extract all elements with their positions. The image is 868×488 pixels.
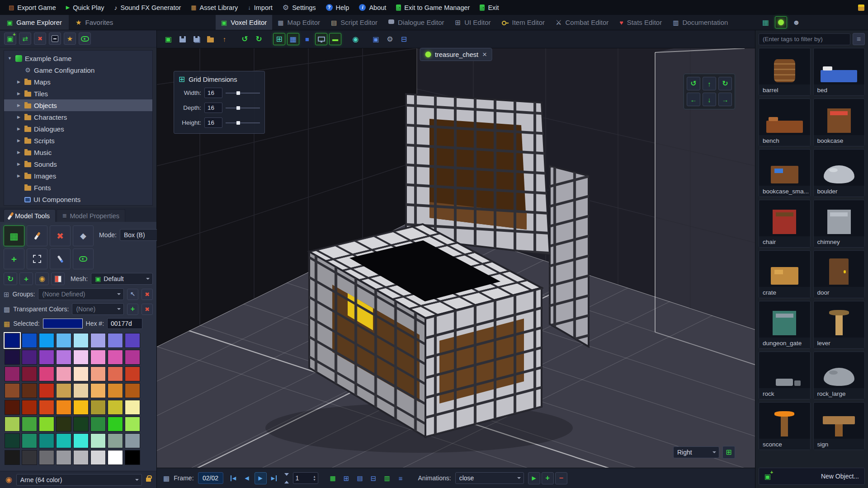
add-transparent-button[interactable]: [127, 304, 138, 315]
menu-item-sound-fx-generator[interactable]: Sound FX Generator: [109, 0, 186, 15]
palette-swatch[interactable]: [125, 417, 140, 432]
spinner-down-icon[interactable]: ▾: [314, 478, 316, 481]
add-frame-button[interactable]: [354, 472, 366, 484]
animation-select[interactable]: close: [455, 472, 524, 484]
spinner-arrows[interactable]: ▴▾: [314, 475, 316, 481]
palette-swatch[interactable]: [56, 400, 71, 415]
tab-script-editor[interactable]: Script Editor: [326, 15, 383, 30]
add-favorite-button[interactable]: [64, 33, 76, 45]
tree-item-maps[interactable]: ▶Maps: [4, 76, 152, 88]
palette-swatch[interactable]: [125, 366, 140, 381]
viewport-settings-button[interactable]: [384, 33, 396, 45]
width-slider[interactable]: [226, 90, 260, 96]
last-frame-button[interactable]: [268, 472, 280, 484]
tab-voxel-editor[interactable]: Voxel Editor: [216, 15, 272, 30]
palette-swatch[interactable]: [125, 383, 140, 398]
tab-documentation[interactable]: Documentation: [667, 15, 733, 30]
palette-swatch[interactable]: [73, 333, 89, 348]
toggle-tags-button[interactable]: [79, 33, 91, 45]
asset-card-rock-large[interactable]: rock_large: [813, 352, 865, 399]
palette-swatch[interactable]: [73, 350, 89, 365]
tree-item-dialogues[interactable]: ▶Dialogues: [4, 123, 152, 135]
palette-swatch[interactable]: [125, 333, 140, 348]
add-animation-button[interactable]: [542, 472, 554, 484]
asset-card-chair[interactable]: chair: [759, 200, 811, 248]
tree-item-characters[interactable]: ▶Characters: [4, 111, 152, 123]
palette-swatch[interactable]: [125, 433, 140, 448]
playback-speed-spinner[interactable]: 1 ▴▾: [293, 472, 318, 484]
tab-item-editor[interactable]: Item Editor: [496, 15, 551, 30]
tree-item-fonts[interactable]: Fonts: [4, 182, 152, 193]
palette-swatch[interactable]: [56, 450, 71, 465]
asset-card-sconce[interactable]: sconce: [759, 402, 811, 450]
tab-combat-editor[interactable]: Combat Editor: [550, 15, 614, 30]
expander-icon[interactable]: ▶: [16, 138, 22, 143]
palette-swatch[interactable]: [108, 333, 123, 348]
expander-icon[interactable]: ▶: [16, 115, 22, 119]
take-screenshot-button[interactable]: [370, 33, 382, 45]
depth-value[interactable]: 16: [204, 103, 222, 113]
palette-swatch[interactable]: [108, 433, 123, 448]
remove-transparent-button[interactable]: [142, 304, 153, 315]
asset-card-chimney[interactable]: chimney: [813, 200, 865, 248]
pan-right-button[interactable]: [718, 93, 732, 106]
tree-item-scripts[interactable]: ▶Scripts: [4, 135, 152, 146]
tree-item-sounds[interactable]: ▶Sounds: [4, 158, 152, 170]
palette-swatch[interactable]: [90, 383, 106, 398]
filter-options-button[interactable]: [853, 33, 865, 45]
tree-item-ui-components[interactable]: UI Components: [4, 193, 152, 205]
palette-swatch[interactable]: [73, 383, 89, 398]
erase-voxels-button[interactable]: [50, 225, 71, 246]
objects-tab[interactable]: [775, 16, 787, 28]
export-model-button[interactable]: [218, 33, 231, 45]
first-frame-button[interactable]: [227, 472, 240, 484]
palette-swatch[interactable]: [125, 350, 140, 365]
camera-view-select[interactable]: Right: [673, 446, 719, 458]
tiles-tab[interactable]: [760, 16, 772, 28]
tree-item-game-configuration[interactable]: Game Configuration: [4, 64, 152, 76]
asset-card-sign[interactable]: sign: [813, 402, 865, 450]
paste-frame-button[interactable]: [340, 472, 353, 484]
palette-swatch[interactable]: [22, 400, 37, 415]
palette-swatch[interactable]: [56, 433, 71, 448]
menu-item-import[interactable]: Import: [243, 0, 278, 15]
palette-swatch[interactable]: [108, 383, 123, 398]
expander-icon[interactable]: ▼: [7, 56, 13, 61]
toggle-grid-button[interactable]: [273, 33, 285, 45]
fill-voxels-button[interactable]: [73, 225, 94, 246]
attach-points-button[interactable]: [73, 249, 94, 269]
tag-filter-input[interactable]: [759, 33, 850, 45]
frame-list-button[interactable]: [395, 472, 407, 484]
previous-frame-button[interactable]: [241, 472, 253, 484]
palette-swatch[interactable]: [22, 450, 37, 465]
palette-swatch[interactable]: [5, 433, 20, 448]
asset-card-bookcase[interactable]: bookcase: [813, 99, 865, 146]
palette-swatch[interactable]: [22, 417, 37, 432]
tree-item-images[interactable]: ▶Images: [4, 170, 152, 182]
close-icon[interactable]: ×: [482, 51, 487, 58]
expander-icon[interactable]: ▶: [16, 150, 22, 155]
expander-icon[interactable]: ▶: [16, 162, 22, 166]
toggle-floor-button[interactable]: [329, 33, 341, 45]
lock-icon[interactable]: [146, 478, 151, 482]
palette-swatch[interactable]: [56, 366, 71, 381]
height-value[interactable]: 16: [204, 117, 222, 128]
new-resource-button[interactable]: [4, 33, 16, 45]
palette-swatch[interactable]: [22, 366, 37, 381]
palette-swatch[interactable]: [90, 350, 106, 365]
open-model-button[interactable]: [204, 33, 217, 45]
palette-swatch[interactable]: [39, 417, 54, 432]
mirror-model-button[interactable]: [51, 272, 65, 285]
selected-color-swatch[interactable]: [43, 319, 83, 328]
pick-color-button[interactable]: [50, 249, 71, 269]
tree-item-example-game[interactable]: ▼Example Game: [4, 52, 152, 64]
palette-swatch[interactable]: [56, 417, 71, 432]
asset-card-lever[interactable]: lever: [813, 301, 865, 349]
pan-left-button[interactable]: [687, 93, 700, 106]
palette-swatch[interactable]: [90, 433, 106, 448]
palette-swatch[interactable]: [90, 450, 106, 465]
palette-select[interactable]: Arne (64 color): [16, 474, 142, 486]
asset-card-rock[interactable]: rock: [759, 352, 811, 399]
expander-icon[interactable]: ▶: [16, 91, 22, 96]
palette-swatch[interactable]: [22, 333, 37, 348]
